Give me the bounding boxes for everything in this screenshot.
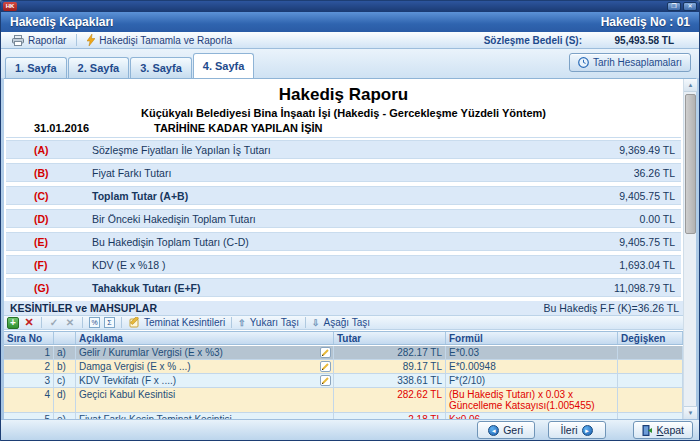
report-subtitle: Küçükyalı Belediyesi Bina İnşaatı İşi (H… <box>4 107 683 119</box>
scrollbar-thumb[interactable] <box>685 94 696 234</box>
cell-degisken <box>618 388 683 413</box>
report-row-b: (B) Fiyat Farkı Tutarı 36.26 TL <box>6 163 681 182</box>
tarih-hesaplamalari-label: Tarih Hesaplamaları <box>593 57 682 68</box>
toolbar-separator <box>305 317 306 328</box>
cell-degisken <box>618 374 683 388</box>
row-key: (F) <box>34 259 60 271</box>
report-row-d: (D) Bir Önceki Hakedişin Toplam Tutarı 0… <box>6 209 681 228</box>
add-row-icon[interactable]: + <box>7 317 19 329</box>
row-label: Sözleşme Fiyatları İle Yapılan İş Tutarı <box>92 144 271 156</box>
column-sira-no[interactable]: Sıra No <box>4 332 54 344</box>
report-row-a: (A) Sözleşme Fiyatları İle Yapılan İş Tu… <box>6 140 681 159</box>
scroll-down-arrow-icon[interactable]: ▼ <box>684 406 697 419</box>
vertical-scrollbar[interactable]: ▲ ▼ <box>683 79 696 419</box>
edit-icon[interactable] <box>320 375 331 386</box>
row-label: Bir Önceki Hakedişin Toplam Tutarı <box>92 213 256 225</box>
table-row[interactable]: 3 c) KDV Tevkifatı (F x ....) 338.61 TL … <box>4 374 683 388</box>
cell-tutar: 282.62 TL <box>334 388 446 413</box>
row-label: KDV (E x %18 ) <box>92 259 166 271</box>
table-row[interactable]: 2 b) Damga Vergisi (E x % ...) 89.17 TL … <box>4 360 683 374</box>
window-title: Hakediş Kapakları <box>10 15 113 29</box>
cell-aciklama: Gelir / Kurumlar Vergisi (E x %3) <box>76 346 334 360</box>
row-key: (B) <box>34 167 60 179</box>
cell-sira-no: 4 <box>4 388 54 413</box>
app-window: HK ❐ ✕ Hakediş Kapakları Hakediş No : 01… <box>0 0 700 441</box>
column-formul[interactable]: Formül <box>446 332 618 344</box>
cell-sira-no: 1 <box>4 346 54 360</box>
arrow-up-icon: ⇧ <box>238 318 246 328</box>
sozlesme-bedeli-value: 95,493.58 TL <box>582 35 674 46</box>
table-row[interactable]: 1 a) Gelir / Kurumlar Vergisi (E x %3) 2… <box>4 346 683 360</box>
apply-icon[interactable]: ✓ <box>48 317 60 329</box>
report-row-f: (F) KDV (E x %18 ) 1,693.04 TL <box>6 255 681 274</box>
cell-formul: E*0.03 <box>446 346 618 360</box>
cell-aciklama: KDV Tevkifatı (F x ....) <box>76 374 334 388</box>
caption-bar: Hakediş Kapakları Hakediş No : 01 <box>1 12 699 32</box>
row-value: 36.26 TL <box>634 167 681 179</box>
row-label: Fiyat Farkı Tutarı <box>92 167 171 179</box>
cell-formul: F*(2/10) <box>446 374 618 388</box>
column-degisken[interactable]: Değişken <box>618 332 683 344</box>
raporlar-label: Raporlar <box>28 35 66 46</box>
table-row[interactable]: 4 d) Geçici Kabul Kesintisi 282.62 TL (B… <box>4 388 683 413</box>
tab-sayfa-4[interactable]: 4. Sayfa <box>193 53 255 78</box>
cell-sub: a) <box>54 346 76 360</box>
cell-formul: (Bu Hakediş Tutarı) x 0.03 x Güncelleme … <box>446 388 618 413</box>
cell-sub: c) <box>54 374 76 388</box>
row-value: 11,098.79 TL <box>614 282 681 294</box>
cell-aciklama: Damga Vergisi (E x % ...) <box>76 360 334 374</box>
edit-icon[interactable] <box>320 361 331 372</box>
tab-sayfa-2[interactable]: 2. Sayfa <box>68 57 130 78</box>
row-key: (A) <box>34 144 60 156</box>
edit-icon[interactable] <box>320 347 331 358</box>
tamamla-raporla-button[interactable]: Hakedişi Tamamla ve Raporla <box>81 33 238 47</box>
kesintiler-toolbar: + ✕ ✓ ✕ % Σ Teminat Kesintileri ⇧ Yukarı… <box>4 315 683 330</box>
asagi-tasi-button[interactable]: Aşağı Taşı <box>324 317 371 328</box>
toolbar-separator <box>41 317 42 328</box>
report-rows: (A) Sözleşme Fiyatları İle Yapılan İş Tu… <box>6 140 681 301</box>
cell-tutar: 282.17 TL <box>334 346 446 360</box>
sozlesme-bedeli-label: Sözleşme Bedeli (S): <box>484 35 582 46</box>
kapat-accelerator: K <box>657 424 664 436</box>
clock-icon <box>578 57 589 68</box>
cell-sub: b) <box>54 360 76 374</box>
scroll-up-arrow-icon[interactable]: ▲ <box>684 79 697 92</box>
maximize-button[interactable]: ❐ <box>667 2 681 11</box>
arrow-down-icon: ⇩ <box>312 318 320 328</box>
report-title: Hakediş Raporu <box>4 85 683 105</box>
percent-grid-icon[interactable]: % <box>89 317 100 328</box>
cell-sub: d) <box>54 388 76 413</box>
cell-aciklama: Geçici Kabul Kesintisi <box>76 388 334 413</box>
teminat-kesintileri-button[interactable]: Teminat Kesintileri <box>144 317 225 328</box>
toolbar-separator <box>231 317 232 328</box>
kesintiler-grid: 1 a) Gelir / Kurumlar Vergisi (E x %3) 2… <box>4 346 683 427</box>
yukari-tasi-button[interactable]: Yukarı Taşı <box>250 317 299 328</box>
arrow-right-icon: ► <box>582 425 593 436</box>
ileri-button[interactable]: İleri ► <box>548 421 606 439</box>
tab-sayfa-1[interactable]: 1. Sayfa <box>5 57 67 78</box>
exit-icon <box>642 425 653 436</box>
cancel-icon[interactable]: ✕ <box>64 317 76 329</box>
row-label: Bu Hakedişin Toplam Tutarı (C-D) <box>92 236 249 248</box>
tab-sayfa-3[interactable]: 3. Sayfa <box>130 57 192 78</box>
lightning-icon <box>87 34 95 46</box>
geri-button[interactable]: ◄ Geri <box>477 421 535 439</box>
report-row-c: (C) Toplam Tutar (A+B) 9,405.75 TL <box>6 186 681 205</box>
hakedis-ff-note: Bu Hakediş F.F (K)=36.26 TL <box>544 302 684 314</box>
row-label: Tahakkuk Tutarı (E+F) <box>92 282 200 294</box>
grid-header: Sıra No Açıklama Tutar Formül Değişken <box>4 331 683 345</box>
close-button[interactable]: ✕ <box>683 2 697 11</box>
delete-row-icon[interactable]: ✕ <box>23 317 35 329</box>
arrow-left-icon: ◄ <box>488 425 499 436</box>
hakedis-no-label: Hakediş No : 01 <box>601 15 690 29</box>
column-tutar[interactable]: Tutar <box>334 332 446 344</box>
column-aciklama[interactable]: Açıklama <box>76 332 334 344</box>
sigma-grid-icon[interactable]: Σ <box>104 317 115 328</box>
kapat-button[interactable]: Kapat <box>633 421 693 439</box>
geri-label: Geri <box>503 424 523 436</box>
cell-formul: E*0.00948 <box>446 360 618 374</box>
row-key: (C) <box>34 190 60 202</box>
raporlar-button[interactable]: Raporlar <box>6 34 72 47</box>
cell-sira-no: 2 <box>4 360 54 374</box>
tarih-hesaplamalari-button[interactable]: Tarih Hesaplamaları <box>569 53 691 72</box>
